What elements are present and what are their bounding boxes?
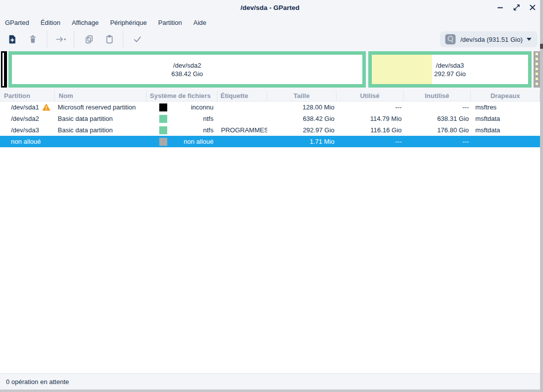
partition-etiquette xyxy=(217,113,267,124)
partition-etiquette xyxy=(217,136,267,147)
partition-size: 128.00 Mio xyxy=(267,101,336,113)
toolbar: /dev/sda (931.51 Gio) xyxy=(0,30,540,49)
partition-unused: 176.80 Gio xyxy=(404,124,471,136)
partition-flags xyxy=(471,136,540,147)
menu-affichage[interactable]: Affichage xyxy=(71,17,100,28)
resize-move-button[interactable] xyxy=(55,34,68,44)
partition-name: /dev/sda1 xyxy=(11,101,39,113)
disk-segment-device: /dev/sda3 xyxy=(436,61,464,70)
table-row[interactable]: /dev/sda1 Microsoft reserved partition i… xyxy=(0,101,540,113)
new-partition-button[interactable] xyxy=(7,34,17,44)
column-header-inutilise[interactable]: Inutilisé xyxy=(404,91,471,101)
filesystem-color-swatch xyxy=(159,103,167,111)
minimize-icon xyxy=(496,3,504,11)
table-row[interactable]: /dev/sda2 Basic data partition ntfs 638.… xyxy=(0,113,540,124)
titlebar: /dev/sda - GParted xyxy=(0,0,540,15)
trash-icon xyxy=(28,34,38,44)
disk-segment-size: 292.97 Gio xyxy=(434,70,466,78)
partition-etiquette xyxy=(217,101,267,113)
copy-button[interactable] xyxy=(84,34,94,44)
partition-flags: msftres xyxy=(471,101,540,113)
checkmark-icon xyxy=(132,34,142,44)
filesystem-color-swatch xyxy=(159,115,167,123)
chevron-down-icon xyxy=(527,38,532,41)
column-header-etiquette[interactable]: Étiquette xyxy=(217,91,267,101)
toolbar-separator xyxy=(47,31,47,48)
disk-map: /dev/sda2 638.42 Gio /dev/sda3 292.97 Gi… xyxy=(0,51,540,88)
column-header-taille[interactable]: Taille xyxy=(267,91,336,101)
table-row-selected[interactable]: non alloué non alloué 1.71 Mio --- --- xyxy=(0,136,540,147)
partition-table-header: Partition Nom Système de fichiers Étique… xyxy=(0,91,540,101)
partition-label-name: Basic data partition xyxy=(55,124,147,136)
partition-label-name xyxy=(55,136,147,147)
partition-unused: --- xyxy=(404,136,471,147)
partition-label-name: Microsoft reserved partition xyxy=(55,101,147,113)
partition-unused: --- xyxy=(404,101,471,113)
close-button[interactable] xyxy=(527,1,539,13)
partition-table-rows: /dev/sda1 Microsoft reserved partition i… xyxy=(0,101,540,147)
restore-button[interactable] xyxy=(511,1,523,13)
gparted-window: /dev/sda - GParted GParted Édition Affic… xyxy=(0,0,543,392)
column-header-utilise[interactable]: Utilisé xyxy=(336,91,404,101)
partition-size: 638.42 Gio xyxy=(267,113,336,124)
pending-operations-text: 0 opération en attente xyxy=(6,378,69,386)
new-partition-icon xyxy=(7,34,17,44)
column-header-nom[interactable]: Nom xyxy=(55,91,147,101)
statusbar: 0 opération en attente xyxy=(0,373,540,390)
partition-size: 1.71 Mio xyxy=(267,136,336,147)
apply-operations-button[interactable] xyxy=(132,34,142,44)
partition-etiquette: PROGRAMMES xyxy=(217,124,267,136)
restore-icon xyxy=(513,3,521,11)
partition-flags: msftdata xyxy=(471,124,540,136)
disk-segment-sda2[interactable]: /dev/sda2 638.42 Gio xyxy=(8,51,366,88)
partition-label-name: Basic data partition xyxy=(55,113,147,124)
menu-aide[interactable]: Aide xyxy=(193,17,208,28)
paste-button[interactable] xyxy=(105,34,114,44)
disk-segment-used-space xyxy=(372,55,432,84)
screen-edge-notch xyxy=(540,44,543,49)
menu-gparted[interactable]: GParted xyxy=(4,17,30,28)
paste-icon xyxy=(105,34,114,44)
hard-drive-icon xyxy=(444,33,456,45)
partition-name: /dev/sda3 xyxy=(11,124,39,136)
minimize-button[interactable] xyxy=(494,1,506,13)
disk-segment-sda3[interactable]: /dev/sda3 292.97 Gio xyxy=(368,51,532,88)
toolbar-separator xyxy=(123,31,123,48)
close-icon xyxy=(529,3,537,11)
disk-segment-sda1[interactable] xyxy=(1,51,7,88)
delete-partition-button[interactable] xyxy=(28,34,38,44)
resize-arrow-icon xyxy=(55,34,68,44)
unallocated-pattern xyxy=(536,53,538,86)
column-header-partition[interactable]: Partition xyxy=(0,91,55,101)
partition-unused: 638.31 Gio xyxy=(404,113,471,124)
filesystem-color-swatch xyxy=(159,126,167,134)
disk-segment-device: /dev/sda2 xyxy=(173,61,201,70)
partition-name: non alloué xyxy=(11,136,41,147)
menu-partition[interactable]: Partition xyxy=(157,17,183,28)
screen-edge-right xyxy=(540,0,543,392)
partition-used: 116.16 Gio xyxy=(336,124,404,136)
menu-peripherique[interactable]: Périphérique xyxy=(109,17,148,28)
menu-edition[interactable]: Édition xyxy=(39,17,61,28)
table-row[interactable]: /dev/sda3 Basic data partition ntfs PROG… xyxy=(0,124,540,136)
filesystem-color-swatch xyxy=(159,138,167,146)
partition-used: 114.79 Mio xyxy=(336,113,404,124)
device-selector[interactable]: /dev/sda (931.51 Gio) xyxy=(440,31,538,47)
partition-name: /dev/sda2 xyxy=(11,113,39,124)
disk-segment-size: 638.42 Gio xyxy=(171,70,203,78)
copy-icon xyxy=(84,34,94,44)
partition-size: 292.97 Gio xyxy=(267,124,336,136)
column-header-systeme-de-fichiers[interactable]: Système de fichiers xyxy=(147,91,217,101)
window-title: /dev/sda - GParted xyxy=(0,0,540,15)
screen-edge-bottom xyxy=(0,390,540,392)
partition-used: --- xyxy=(336,101,404,113)
device-selector-label: /dev/sda (931.51 Gio) xyxy=(460,36,523,43)
column-header-drapeaux[interactable]: Drapeaux xyxy=(471,91,540,101)
warning-icon xyxy=(42,103,50,111)
partition-used: --- xyxy=(336,136,404,147)
partition-flags: msftdata xyxy=(471,113,540,124)
disk-segment-sda1-fill xyxy=(2,53,4,86)
disk-segment-unallocated[interactable] xyxy=(534,51,541,88)
toolbar-separator xyxy=(74,31,74,48)
menubar: GParted Édition Affichage Périphérique P… xyxy=(0,15,540,30)
